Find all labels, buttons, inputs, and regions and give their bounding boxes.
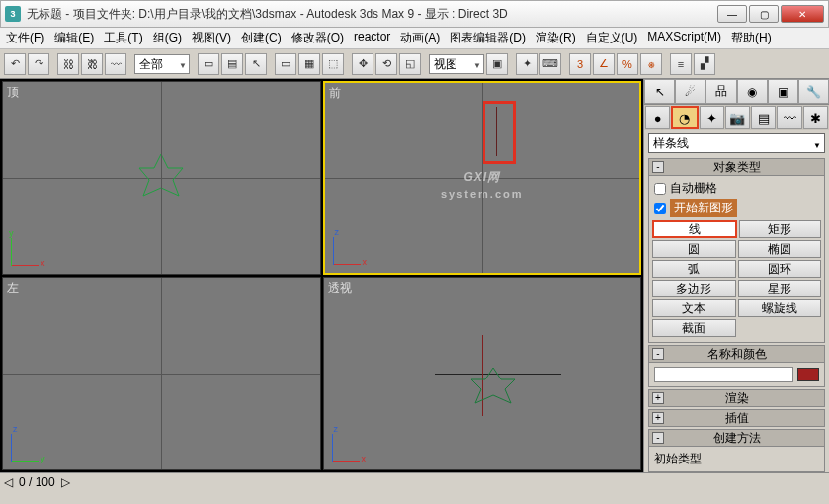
named-selset-button[interactable]: ≡	[670, 53, 692, 75]
menu-animation[interactable]: 动画(A)	[400, 30, 440, 46]
scale-button[interactable]: ◱	[399, 53, 421, 75]
viewport-left[interactable]: 左 yz	[2, 277, 321, 470]
command-panel-tabs: ↖ ☄ 品 ◉ ▣ 🔧	[644, 79, 829, 105]
menu-views[interactable]: 视图(V)	[192, 30, 231, 46]
cursor-icon[interactable]: ↖	[245, 53, 267, 75]
menu-create[interactable]: 创建(C)	[241, 30, 282, 46]
btn-ellipse[interactable]: 椭圆	[738, 240, 822, 258]
spinner-snap-button[interactable]: ⎈	[640, 53, 662, 75]
viewport-top[interactable]: 顶 xy	[2, 81, 321, 275]
rotate-button[interactable]: ⟲	[375, 53, 397, 75]
reference-coord-combo[interactable]: 视图	[429, 54, 484, 74]
window-titlebar: 3 无标题 - 项目文件夹: D:\用户目录\我的文档\3dsmax - Aut…	[0, 0, 829, 28]
autogrid-checkbox[interactable]	[654, 183, 666, 195]
close-button[interactable]: ✕	[781, 5, 824, 23]
unlink-button[interactable]: ⛓̸	[81, 53, 103, 75]
viewport-label-left: 左	[7, 280, 19, 296]
menu-grapheditors[interactable]: 图表编辑器(D)	[450, 30, 526, 46]
cat-cameras[interactable]: 📷	[725, 106, 750, 129]
select-button[interactable]: ▭	[198, 53, 219, 75]
window-title: 无标题 - 项目文件夹: D:\用户目录\我的文档\3dsmax - Autod…	[27, 6, 717, 23]
minimize-button[interactable]: —	[717, 5, 747, 23]
selection-set-combo[interactable]: 全部	[134, 54, 190, 74]
drawn-line	[496, 107, 497, 156]
status-bar: ◁ 0 / 100 ▷	[0, 472, 829, 490]
undo-button[interactable]: ↶	[4, 53, 26, 75]
shape-type-combo[interactable]: 样条线	[648, 133, 825, 153]
initial-type-label: 初始类型	[652, 450, 821, 468]
tab-hierarchy[interactable]: 品	[705, 79, 736, 104]
pivot-center-icon[interactable]: ▣	[486, 53, 508, 75]
tab-utilities[interactable]: 🔧	[798, 79, 829, 104]
app-icon: 3	[5, 6, 21, 22]
object-name-input[interactable]	[654, 367, 793, 382]
tab-modify[interactable]: ☄	[675, 79, 705, 104]
btn-section[interactable]: 截面	[652, 319, 736, 337]
dotted-rect-icon[interactable]: ⬚	[322, 53, 344, 75]
snap-button[interactable]: 3	[569, 53, 591, 75]
menu-reactor[interactable]: reactor	[354, 30, 390, 46]
menu-bar: 文件(F) 编辑(E) 工具(T) 组(G) 视图(V) 创建(C) 修改器(O…	[0, 28, 829, 49]
btn-donut[interactable]: 圆环	[738, 260, 822, 278]
svg-marker-0	[139, 154, 183, 196]
btn-arc[interactable]: 弧	[652, 260, 736, 278]
tab-create[interactable]: ↖	[644, 79, 675, 104]
menu-tools[interactable]: 工具(T)	[104, 30, 142, 46]
timeline-right-icon[interactable]: ▷	[61, 475, 70, 489]
btn-star[interactable]: 星形	[738, 280, 822, 297]
bind-spacewarp-button[interactable]: 〰	[105, 53, 126, 75]
cat-systems[interactable]: ✱	[803, 106, 828, 129]
menu-help[interactable]: 帮助(H)	[731, 30, 772, 46]
autogrid-label: 自动栅格	[670, 180, 717, 197]
cat-geometry[interactable]: ●	[645, 106, 670, 129]
manipulate-button[interactable]: ✦	[516, 53, 538, 75]
btn-circle[interactable]: 圆	[652, 240, 736, 258]
btn-helix[interactable]: 螺旋线	[738, 299, 822, 317]
btn-rectangle[interactable]: 矩形	[739, 220, 822, 238]
select-by-name-button[interactable]: ▤	[221, 53, 243, 75]
rollout-create-method[interactable]: -创建方法	[648, 429, 825, 447]
tab-display[interactable]: ▣	[768, 79, 798, 104]
timeline-left-icon[interactable]: ◁	[4, 475, 13, 489]
menu-group[interactable]: 组(G)	[153, 30, 182, 46]
create-category-row: ● ◔ ✦ 📷 ▤ 〰 ✱	[644, 105, 829, 130]
object-color-swatch[interactable]	[797, 368, 819, 381]
viewport-front[interactable]: 前 GXI网system.com xz	[323, 81, 642, 275]
btn-ngon[interactable]: 多边形	[652, 280, 736, 297]
viewport-label-persp: 透视	[328, 280, 352, 296]
start-new-checkbox[interactable]	[654, 203, 666, 214]
star-shape-icon	[131, 148, 191, 208]
menu-rendering[interactable]: 渲染(R)	[536, 30, 576, 46]
viewport-label-top: 顶	[7, 84, 19, 101]
btn-text[interactable]: 文本	[652, 299, 736, 317]
keymode-button[interactable]: ⌨	[539, 53, 561, 75]
tab-motion[interactable]: ◉	[737, 79, 768, 104]
menu-maxscript[interactable]: MAXScript(M)	[647, 30, 721, 46]
redo-button[interactable]: ↷	[28, 53, 49, 75]
menu-file[interactable]: 文件(F)	[6, 30, 44, 46]
maximize-button[interactable]: ▢	[749, 5, 779, 23]
viewport-perspective[interactable]: 透视 xz	[323, 277, 642, 470]
window-crossing-icon[interactable]: ▦	[298, 53, 320, 75]
cat-spacewarps[interactable]: 〰	[777, 106, 801, 129]
menu-edit[interactable]: 编辑(E)	[54, 30, 94, 46]
rollout-name-color[interactable]: -名称和颜色	[648, 345, 825, 363]
rollout-render[interactable]: +渲染	[648, 389, 825, 407]
cat-shapes[interactable]: ◔	[671, 106, 698, 129]
rollout-object-type[interactable]: -对象类型	[648, 158, 825, 176]
mirror-button[interactable]: ▞	[694, 53, 715, 75]
cat-lights[interactable]: ✦	[700, 106, 724, 129]
highlight-box	[482, 101, 516, 164]
percent-snap-button[interactable]: %	[617, 53, 638, 75]
rollout-interp[interactable]: +插值	[648, 409, 825, 427]
link-button[interactable]: ⛓	[57, 53, 79, 75]
cat-helpers[interactable]: ▤	[751, 106, 776, 129]
rect-select-icon[interactable]: ▭	[275, 53, 296, 75]
command-panel: ↖ ☄ 品 ◉ ▣ 🔧 ● ◔ ✦ 📷 ▤ 〰 ✱ 样条线 -对象类型 自动栅格…	[643, 79, 829, 472]
viewport-area: 顶 xy 前 GXI网system.com xz 左 yz 透视 xz	[0, 79, 643, 472]
menu-modifiers[interactable]: 修改器(O)	[291, 30, 344, 46]
angle-snap-button[interactable]: ∠	[593, 53, 615, 75]
btn-line[interactable]: 线	[652, 220, 737, 238]
menu-customize[interactable]: 自定义(U)	[586, 30, 638, 46]
move-button[interactable]: ✥	[352, 53, 373, 75]
